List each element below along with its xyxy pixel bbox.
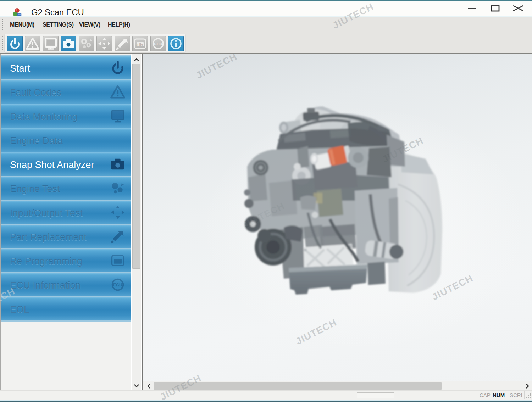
svg-text:ECU: ECU — [113, 283, 122, 287]
svg-text:ECU: ECU — [154, 42, 162, 46]
svg-text:File: File — [137, 43, 143, 46]
